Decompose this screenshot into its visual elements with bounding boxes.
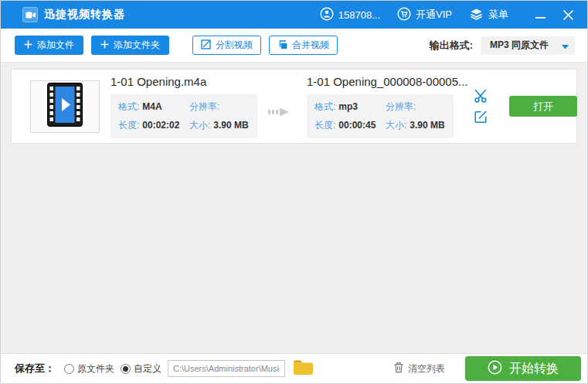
vip-label: 开通VIP: [416, 8, 452, 22]
user-id-label: 158708...: [338, 9, 380, 21]
titlebar-right: 158708... 开通VIP 菜单: [320, 6, 576, 23]
plus-icon: [100, 40, 109, 51]
add-file-label: 添加文件: [37, 39, 74, 52]
source-resolution: 分辨率:: [189, 100, 250, 114]
source-size: 大小:3.90 MB: [189, 119, 250, 132]
menu-button[interactable]: 菜单: [469, 7, 508, 23]
window-controls: [532, 6, 576, 23]
add-folder-label: 添加文件夹: [114, 39, 160, 52]
film-strip-icon: [47, 83, 83, 130]
titlebar-left: 迅捷视频转换器: [22, 7, 125, 22]
cart-icon: [397, 7, 411, 23]
output-file-info: 格式:mp3 分辨率: 长度:00:00:45 大小:3.90 MB: [307, 94, 454, 138]
play-circle-icon: [488, 360, 502, 378]
scissors-icon[interactable]: [474, 89, 488, 103]
trash-icon: [393, 362, 404, 376]
merge-icon: [277, 39, 287, 52]
file-row: 1-01 Opening.m4a 格式:M4A 分辨率: 长度:00:02:02…: [11, 69, 577, 144]
radio-custom-label: 自定义: [134, 362, 161, 376]
radio-original-label: 原文件夹: [77, 362, 114, 376]
minimize-button[interactable]: [532, 6, 549, 23]
clear-list-label: 清空列表: [408, 362, 445, 376]
vip-button[interactable]: 开通VIP: [397, 7, 452, 23]
output-format-label: 输出格式:: [430, 39, 473, 53]
menu-label: 菜单: [488, 8, 508, 22]
user-icon: [320, 7, 334, 23]
split-video-button[interactable]: 分割视频: [192, 36, 261, 55]
toolbar: 添加文件 添加文件夹 分割视频 合并视频 输出格式: MP3 同原文件: [1, 29, 587, 63]
video-thumbnail: [30, 80, 100, 133]
bottombar: 保存至： 原文件夹 自定义: [1, 353, 587, 383]
output-size: 大小:3.90 MB: [386, 119, 446, 132]
output-format-area: 输出格式: MP3 同原文件: [430, 36, 575, 55]
output-format-select[interactable]: MP3 同原文件: [481, 36, 575, 55]
output-file-block: 1-01 Opening_000008-00005... 格式:mp3 分辨率:…: [307, 75, 454, 138]
radio-original-circle[interactable]: [64, 364, 74, 374]
save-path-input[interactable]: [168, 360, 285, 377]
source-file-block: 1-01 Opening.m4a 格式:M4A 分辨率: 长度:00:02:02…: [110, 75, 257, 138]
chevron-down-icon: [562, 39, 569, 53]
layers-icon: [469, 7, 484, 23]
add-folder-button[interactable]: 添加文件夹: [91, 36, 169, 55]
split-icon: [201, 39, 211, 52]
start-convert-label: 开始转换: [509, 361, 559, 377]
plus-icon: [24, 40, 32, 51]
edit-icon[interactable]: [474, 110, 488, 124]
output-duration: 长度:00:00:45: [314, 119, 386, 132]
app-logo-icon: [22, 7, 38, 22]
file-list-area: 1-01 Opening.m4a 格式:M4A 分辨率: 长度:00:02:02…: [1, 63, 587, 353]
close-button[interactable]: [559, 6, 576, 23]
source-file-title: 1-01 Opening.m4a: [110, 75, 257, 88]
open-button[interactable]: 打开: [509, 96, 577, 117]
output-format-value: MP3 同原文件: [490, 39, 562, 52]
merge-video-button[interactable]: 合并视频: [269, 36, 338, 55]
browse-folder-button[interactable]: [293, 359, 314, 379]
user-account-button[interactable]: 158708...: [320, 7, 380, 23]
row-tools: [474, 89, 488, 124]
source-file-info: 格式:M4A 分辨率: 长度:00:02:02 大小:3.90 MB: [110, 94, 257, 138]
radio-custom-circle[interactable]: [121, 364, 131, 374]
merge-video-label: 合并视频: [292, 39, 329, 52]
add-file-button[interactable]: 添加文件: [15, 36, 83, 55]
save-to-label: 保存至：: [15, 362, 55, 376]
clear-list-button[interactable]: 清空列表: [393, 362, 445, 376]
output-format: 格式:mp3: [314, 100, 386, 114]
radio-original[interactable]: 原文件夹: [64, 362, 114, 376]
convert-arrow-icon: [268, 107, 290, 121]
split-video-label: 分割视频: [216, 39, 253, 52]
titlebar: 迅捷视频转换器 158708... 开通VIP 菜单: [1, 1, 587, 29]
radio-custom[interactable]: 自定义: [121, 362, 161, 376]
source-format: 格式:M4A: [118, 100, 189, 114]
start-convert-button[interactable]: 开始转换: [465, 356, 581, 381]
output-resolution: 分辨率:: [386, 100, 446, 114]
output-file-title: 1-01 Opening_000008-00005...: [307, 75, 454, 88]
app-window: 迅捷视频转换器 158708... 开通VIP 菜单: [0, 0, 588, 384]
folder-icon: [293, 359, 314, 379]
source-duration: 长度:00:02:02: [118, 119, 189, 132]
app-title: 迅捷视频转换器: [44, 8, 125, 22]
